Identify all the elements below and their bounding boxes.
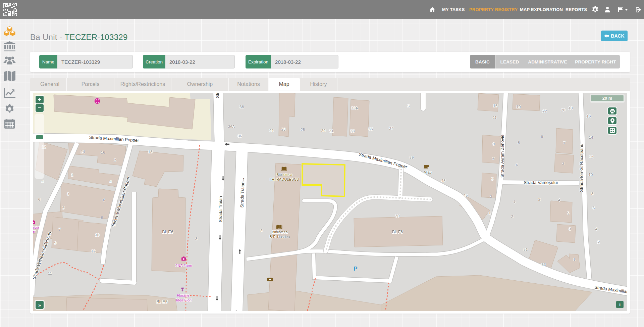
svg-text:4: 4	[558, 198, 560, 202]
svg-text:21: 21	[270, 129, 274, 133]
svg-text:macia: macia	[33, 225, 40, 229]
svg-text:3: 3	[195, 237, 197, 241]
svg-text:9: 9	[541, 135, 543, 139]
svg-text:Biblioteca: Biblioteca	[276, 173, 293, 177]
svg-text:10: 10	[589, 173, 593, 177]
svg-text:9: 9	[54, 241, 56, 245]
svg-text:6: 6	[593, 206, 595, 210]
svg-text:Strada Traian: Strada Traian	[218, 196, 223, 222]
svg-text:33: 33	[351, 129, 355, 133]
svg-text:Idea Fiori: Idea Fiori	[176, 298, 192, 302]
svg-text:Miau: Miau	[424, 170, 432, 174]
svg-text:23: 23	[281, 127, 286, 131]
svg-text:6: 6	[38, 197, 40, 201]
svg-text:5: 5	[408, 104, 410, 108]
svg-text:Strada Avram Zenovie: Strada Avram Zenovie	[500, 135, 505, 178]
svg-text:43: 43	[441, 179, 446, 183]
svg-text:14: 14	[589, 135, 593, 139]
svg-text:10: 10	[95, 233, 100, 237]
svg-text:3: 3	[67, 192, 69, 196]
svg-text:13: 13	[493, 104, 498, 108]
svg-text:1: 1	[573, 258, 575, 262]
svg-text:Florărie: Florărie	[177, 293, 189, 297]
svg-text:P: P	[354, 266, 357, 272]
svg-text:20: 20	[561, 108, 566, 112]
svg-text:7: 7	[492, 156, 494, 160]
svg-text:22: 22	[543, 109, 547, 113]
svg-text:4: 4	[513, 200, 516, 204]
svg-text:29: 29	[321, 129, 326, 133]
svg-text:Strada Traian→: Strada Traian→	[239, 177, 245, 208]
svg-text:25: 25	[301, 128, 305, 132]
svg-text:8: 8	[518, 141, 520, 145]
svg-text:14: 14	[81, 150, 85, 154]
svg-text:6: 6	[516, 163, 518, 167]
svg-text:1: 1	[71, 173, 73, 177]
svg-text:7: 7	[59, 227, 61, 231]
svg-text:11: 11	[48, 271, 52, 275]
svg-text:33A: 33A	[351, 106, 358, 110]
svg-text:4: 4	[42, 180, 44, 184]
svg-text:45: 45	[464, 193, 468, 197]
svg-text:2: 2	[260, 229, 262, 233]
svg-text:1: 1	[489, 211, 491, 215]
svg-text:5: 5	[491, 177, 493, 181]
svg-text:8: 8	[101, 216, 103, 220]
svg-text:Bl. E5: Bl. E5	[156, 299, 167, 304]
svg-text:2: 2	[598, 240, 600, 244]
svg-text:12: 12	[91, 249, 96, 253]
svg-text:8: 8	[591, 192, 593, 196]
svg-text:Bl. E6: Bl. E6	[162, 230, 173, 234]
svg-text:38: 38	[240, 105, 244, 109]
svg-text:Biblioteca: Biblioteca	[272, 230, 288, 234]
svg-text:3: 3	[490, 194, 492, 198]
svg-text:3: 3	[562, 161, 564, 166]
svg-text:7: 7	[564, 140, 566, 144]
svg-text:5: 5	[567, 211, 569, 215]
svg-text:5: 5	[62, 206, 64, 210]
svg-text:Strada Ion G. Racoțeanu: Strada Ion G. Racoțeanu	[579, 144, 584, 192]
svg-text:18: 18	[148, 150, 153, 154]
svg-text:ser: ser	[33, 229, 36, 233]
svg-text:4: 4	[595, 227, 598, 231]
svg-text:51: 51	[524, 247, 528, 251]
svg-text:2: 2	[538, 197, 540, 201]
svg-text:36A: 36A	[228, 125, 235, 129]
svg-text:4: 4	[110, 180, 112, 184]
svg-text:Strada Vameșului: Strada Vameșului	[524, 180, 558, 185]
svg-text:31: 31	[329, 129, 334, 133]
svg-text:39: 39	[410, 155, 414, 159]
svg-text:18: 18	[569, 106, 573, 110]
svg-text:37: 37	[389, 126, 393, 130]
svg-text:3: 3	[569, 227, 571, 231]
svg-text:9: 9	[493, 142, 495, 146]
svg-text:16: 16	[101, 150, 105, 154]
svg-text:6: 6	[103, 198, 105, 202]
svg-text:36: 36	[238, 134, 242, 138]
svg-text:2: 2	[114, 158, 116, 162]
svg-text:12: 12	[589, 155, 593, 159]
svg-text:35: 35	[369, 127, 373, 131]
svg-text:11: 11	[493, 115, 497, 120]
svg-text:10: 10	[517, 105, 521, 109]
svg-text:2NA Farm: 2NA Farm	[175, 264, 192, 268]
svg-text:2: 2	[511, 215, 513, 219]
svg-text:30: 30	[395, 214, 400, 218]
svg-text:B.P. Hașdeu: B.P. Hașdeu	[270, 235, 290, 239]
svg-text:I.H. RĂDULESCU: I.H. RĂDULESCU	[270, 177, 299, 181]
svg-text:Strada Traian: Strada Traian	[215, 93, 220, 98]
svg-text:Bl. F6: Bl. F6	[392, 230, 403, 234]
svg-text:16: 16	[587, 114, 591, 118]
svg-text:53: 53	[542, 263, 546, 267]
